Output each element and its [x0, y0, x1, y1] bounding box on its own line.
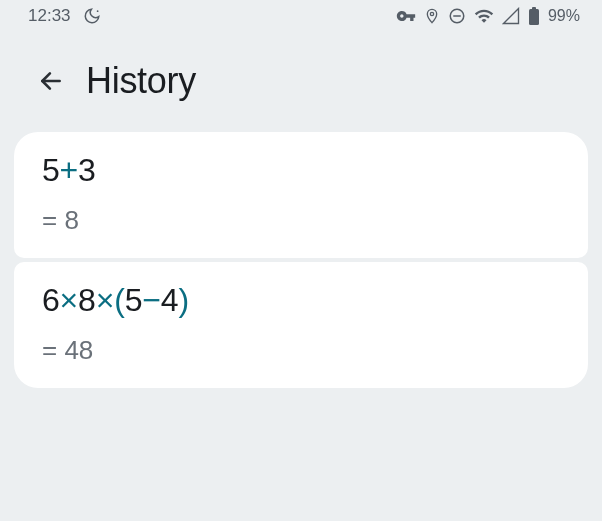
battery-percent: 99% [548, 7, 580, 25]
svg-point-0 [96, 10, 98, 12]
battery-icon [528, 7, 540, 25]
expression: 6×8×(5−4) [42, 282, 560, 319]
svg-rect-5 [532, 7, 536, 10]
wifi-icon [474, 6, 494, 26]
vpn-key-icon [396, 6, 416, 26]
result: = 8 [42, 205, 560, 236]
svg-point-1 [430, 12, 433, 15]
page-title: History [86, 60, 196, 102]
back-arrow-icon[interactable] [38, 68, 64, 94]
history-item[interactable]: 6×8×(5−4) = 48 [14, 262, 588, 388]
signal-icon [502, 7, 520, 25]
status-bar: 12:33 [0, 0, 602, 32]
bedtime-icon [83, 7, 101, 25]
result: = 48 [42, 335, 560, 366]
header: History [0, 32, 602, 132]
location-icon [424, 8, 440, 24]
expression: 5+3 [42, 152, 560, 189]
history-list: 5+3 = 8 6×8×(5−4) = 48 [0, 132, 602, 388]
svg-rect-4 [529, 9, 539, 25]
history-item[interactable]: 5+3 = 8 [14, 132, 588, 258]
dnd-icon [448, 7, 466, 25]
status-time: 12:33 [28, 6, 71, 26]
